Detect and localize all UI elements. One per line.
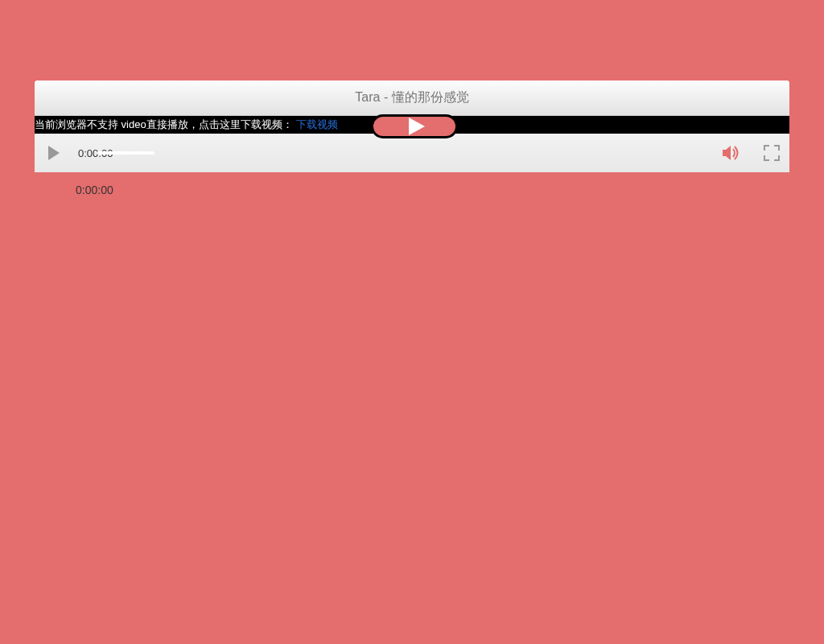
player-title-text: Tara - 懂的那份感觉 xyxy=(355,89,468,106)
video-display-area: 当前浏览器不支持 video直接播放，点击这里下载视频： 下载视频 xyxy=(35,116,789,134)
player-controls-bar: 0:00:00 xyxy=(35,134,789,172)
download-video-link[interactable]: 下载视频 xyxy=(296,118,338,132)
progress-bar[interactable] xyxy=(97,151,154,155)
fullscreen-button[interactable] xyxy=(764,145,780,161)
player-title-bar: Tara - 懂的那份感觉 xyxy=(35,80,789,116)
volume-button[interactable] xyxy=(722,143,741,163)
fullscreen-icon xyxy=(764,145,769,151)
play-icon xyxy=(48,146,60,160)
center-play-badge[interactable] xyxy=(371,114,458,138)
video-player-container: Tara - 懂的那份感觉 当前浏览器不支持 video直接播放，点击这里下载视… xyxy=(35,80,789,172)
play-button[interactable] xyxy=(44,143,64,163)
play-icon xyxy=(409,118,425,135)
below-time-display: 0:00:00 xyxy=(76,184,113,196)
unsupported-video-message: 当前浏览器不支持 video直接播放，点击这里下载视频： xyxy=(35,118,293,132)
volume-icon xyxy=(723,146,740,160)
